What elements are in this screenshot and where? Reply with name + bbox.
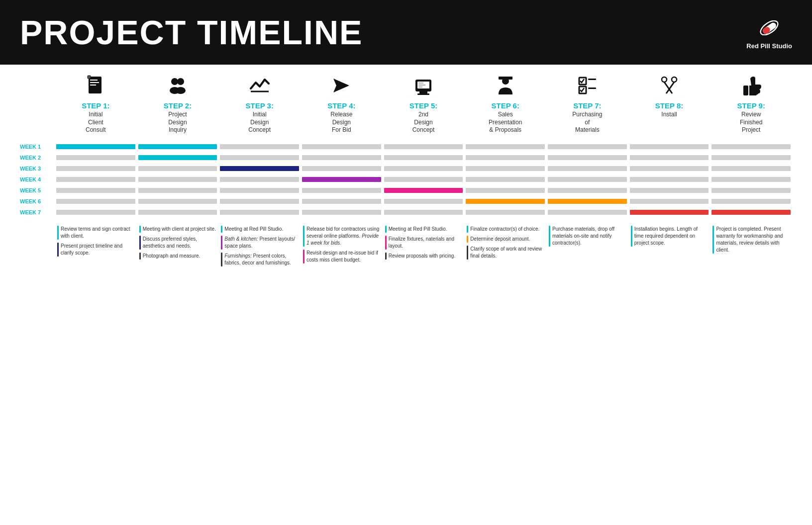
notes-spacer <box>20 226 55 269</box>
note-4-1: Release bid for contractors using severa… <box>303 226 380 247</box>
svg-rect-18 <box>417 93 429 95</box>
step-6-title: SalesPresentation& Proposals <box>489 111 522 134</box>
w6-s1 <box>55 199 137 204</box>
week-7-label: WEEK 7 <box>20 209 55 215</box>
step-9-title: ReviewFinishedProject <box>740 111 762 134</box>
step-5-number: STEP 5: <box>409 101 437 110</box>
timeline-week-5: WEEK 5 <box>20 187 792 194</box>
step-8-icon <box>658 75 680 99</box>
timeline-week-1: WEEK 1 <box>20 143 792 150</box>
w6-s7 <box>546 199 628 204</box>
w5-s8 <box>628 188 710 193</box>
week-5-bars <box>55 188 792 193</box>
note-5-3: Review proposals with pricing. <box>385 253 462 260</box>
w1-s5 <box>383 144 465 149</box>
svg-rect-8 <box>88 76 91 79</box>
note-bar-7-1 <box>549 226 550 247</box>
note-4-2: Revisit design and re-issue bid if costs… <box>303 250 380 263</box>
week-5-label: WEEK 5 <box>20 187 55 193</box>
note-1-2: Present project timeline and clarify sco… <box>57 243 134 257</box>
note-text-2-2: Discuss preferred styles, aesthetics and… <box>143 236 216 250</box>
note-col-8: Installation begins. Length of time requ… <box>628 226 710 269</box>
note-text-6-1: Finalize contractor(s) of choice. <box>470 226 539 233</box>
note-6-2: Determine deposit amount. <box>467 236 544 243</box>
w2-s1 <box>55 155 137 160</box>
step-1-icon <box>85 75 106 99</box>
w7-s5 <box>383 210 465 215</box>
note-bar-6-1 <box>467 226 468 233</box>
step-3-title: InitialDesignConcept <box>248 111 271 134</box>
week-2-label: WEEK 2 <box>20 155 55 161</box>
note-col-7: Purchase materials, drop off materials o… <box>546 226 628 269</box>
w5-s9 <box>710 188 792 193</box>
w7-s3 <box>218 210 301 215</box>
svg-rect-17 <box>419 91 427 93</box>
note-text-6-2: Determine deposit amount. <box>470 236 530 243</box>
note-text-1-2: Present project timeline and clarify sco… <box>61 243 134 257</box>
note-col-1: Review terms and sign contract with clie… <box>55 226 137 269</box>
main-content: STEP 1: InitialClientConsult STEP 2: Pro… <box>0 65 812 274</box>
svg-rect-19 <box>418 83 423 84</box>
note-text-9-1: Project is completed. Present warranty f… <box>716 226 790 254</box>
week-4-label: WEEK 4 <box>20 176 55 182</box>
note-2-3: Photograph and measure. <box>139 253 216 260</box>
week-3-label: WEEK 3 <box>20 166 55 172</box>
svg-rect-23 <box>499 77 512 80</box>
note-bar-2-2 <box>139 236 141 250</box>
logo: Red Pill Studio <box>746 15 792 50</box>
steps-row: STEP 1: InitialClientConsult STEP 2: Pro… <box>20 75 792 134</box>
step-9-number: STEP 9: <box>737 101 765 110</box>
w4-s4 <box>301 177 383 182</box>
note-9-1: Project is completed. Present warranty f… <box>712 226 790 254</box>
note-bar-8-1 <box>631 226 632 247</box>
timeline-week-7: WEEK 7 <box>20 209 792 216</box>
step-1-number: STEP 1: <box>82 101 109 110</box>
svg-point-28 <box>662 77 667 82</box>
note-3-3: Furnishings: Present colors, fabrics, de… <box>221 253 298 266</box>
note-text-3-1: Meeting at Red Pill Studio. <box>224 226 283 233</box>
svg-rect-20 <box>418 85 425 86</box>
timeline-week-6: WEEK 6 <box>20 198 792 205</box>
w6-s2 <box>137 199 219 204</box>
w7-s1 <box>55 210 137 215</box>
w2-s6 <box>464 155 546 160</box>
note-text-4-1: Release bid for contractors using severa… <box>306 226 380 247</box>
step-7: STEP 7: PurchasingofMaterials <box>546 75 628 134</box>
w1-s1 <box>55 144 137 149</box>
w6-s5 <box>383 199 465 204</box>
note-2-1: Meeting with client at project site. <box>139 226 216 233</box>
w2-s3 <box>218 155 301 160</box>
w1-s2 <box>137 144 219 149</box>
step-7-icon <box>576 75 598 99</box>
note-bar-4-2 <box>303 250 304 263</box>
note-col-9: Project is completed. Present warranty f… <box>710 226 792 269</box>
timeline-week-3: WEEK 3 <box>20 165 792 172</box>
step-8-title: Install <box>661 111 677 119</box>
w2-s7 <box>546 155 628 160</box>
step-1: STEP 1: InitialClientConsult <box>55 75 137 134</box>
w4-s7 <box>546 177 628 182</box>
note-bar-1-2 <box>57 243 59 257</box>
svg-rect-32 <box>743 86 748 95</box>
step-5-title: 2ndDesignConcept <box>412 111 435 134</box>
note-text-5-2: Finalize fixtures, naterials and layout. <box>389 236 462 250</box>
w6-s3 <box>218 199 301 204</box>
note-bar-9-1 <box>712 226 714 254</box>
step-1-title: InitialClientConsult <box>86 111 106 134</box>
w4-s6 <box>464 177 546 182</box>
w3-s9 <box>710 166 792 171</box>
week-2-bars <box>55 155 792 160</box>
note-text-5-3: Review proposals with pricing. <box>389 253 456 260</box>
w3-s1 <box>55 166 137 171</box>
w7-s2 <box>137 210 219 215</box>
w3-s3 <box>218 166 301 171</box>
note-bar-4-1 <box>303 226 304 247</box>
note-bar-5-1 <box>385 226 387 233</box>
w7-s9 <box>710 210 792 215</box>
note-3-2: Bath & kitchen: Present layouts/ space p… <box>221 236 298 250</box>
step-2-title: ProjectDesignInquiry <box>168 111 187 134</box>
w3-s2 <box>137 166 219 171</box>
note-bar-3-1 <box>221 226 222 233</box>
w5-s6 <box>464 188 546 193</box>
note-bar-6-2 <box>467 236 468 243</box>
